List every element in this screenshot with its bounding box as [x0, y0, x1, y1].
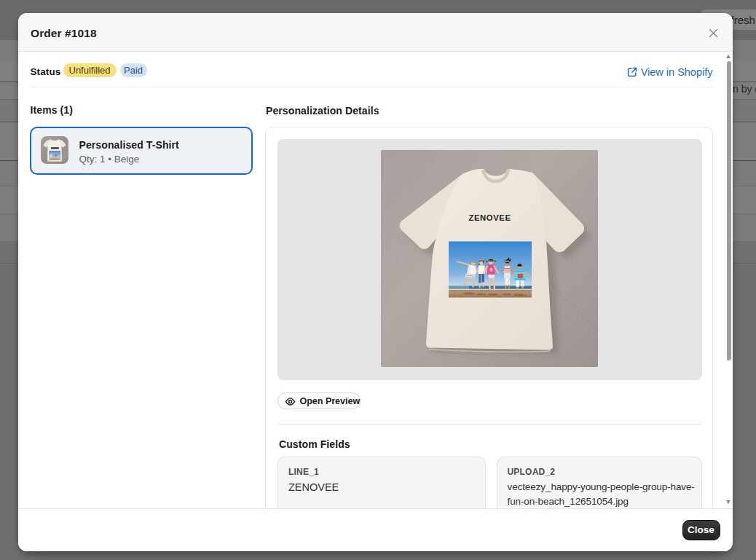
svg-text:ZENOVEE: ZENOVEE — [468, 213, 511, 222]
